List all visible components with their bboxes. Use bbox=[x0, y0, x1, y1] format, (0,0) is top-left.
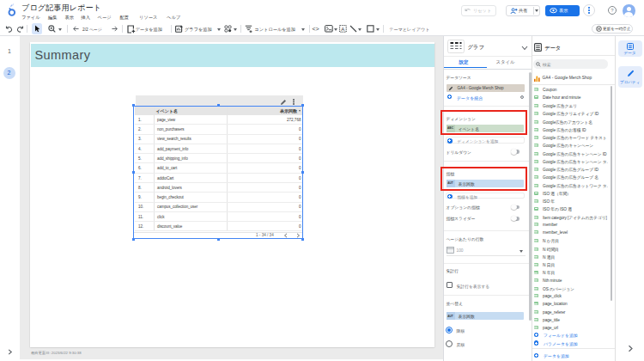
svg-text:A: A bbox=[341, 27, 344, 32]
